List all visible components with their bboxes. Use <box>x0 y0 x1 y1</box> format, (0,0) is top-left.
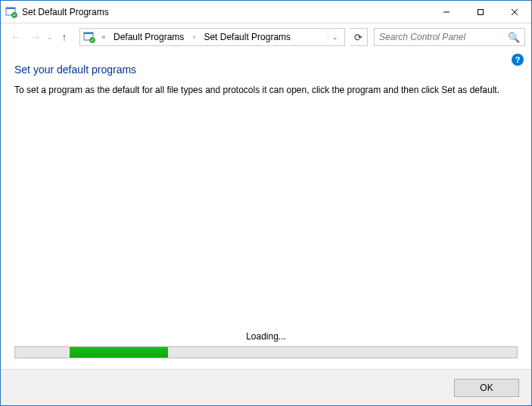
search-input[interactable] <box>379 32 508 42</box>
back-button[interactable]: ← <box>7 28 25 46</box>
window-controls <box>429 1 531 23</box>
maximize-button[interactable] <box>463 1 497 23</box>
breadcrumb-chevron-icon[interactable]: › <box>188 33 199 41</box>
svg-rect-8 <box>84 33 93 34</box>
address-history-dropdown[interactable]: ⌄ <box>328 29 341 45</box>
up-button[interactable]: ↑ <box>55 28 73 46</box>
close-button[interactable] <box>497 1 531 23</box>
svg-rect-4 <box>478 9 483 14</box>
ok-button[interactable]: OK <box>454 379 519 397</box>
window-title: Set Default Programs <box>22 7 429 17</box>
address-bar[interactable]: « Default Programs › Set Default Program… <box>79 28 345 46</box>
minimize-button[interactable] <box>429 1 463 23</box>
recent-locations-dropdown[interactable]: ⌄ <box>47 33 53 41</box>
breadcrumb-root-chevron[interactable]: « <box>98 33 109 41</box>
content-area: Set your default programs To set a progr… <box>1 51 531 369</box>
progress-chunk <box>70 347 168 358</box>
forward-button[interactable]: → <box>26 28 45 46</box>
titlebar: Set Default Programs <box>1 1 531 23</box>
breadcrumb-seg-default-programs[interactable]: Default Programs <box>112 32 185 42</box>
location-icon <box>83 31 95 43</box>
bottom-bar: OK <box>1 369 531 405</box>
loading-label: Loading... <box>14 331 518 342</box>
breadcrumb-seg-set-default-programs[interactable]: Set Default Programs <box>202 32 292 42</box>
search-box[interactable]: 🔍 <box>374 28 525 46</box>
window-icon <box>5 6 17 18</box>
loading-area: Loading... <box>14 331 518 358</box>
progress-bar <box>14 346 518 358</box>
refresh-button[interactable]: ⟳ <box>350 28 368 46</box>
search-icon[interactable]: 🔍 <box>508 32 520 43</box>
page-heading: Set your default programs <box>14 64 518 76</box>
svg-rect-1 <box>6 8 15 9</box>
navigation-bar: ← → ⌄ ↑ « Default Programs › Set Default… <box>1 23 531 51</box>
page-description: To set a program as the default for all … <box>14 85 518 95</box>
